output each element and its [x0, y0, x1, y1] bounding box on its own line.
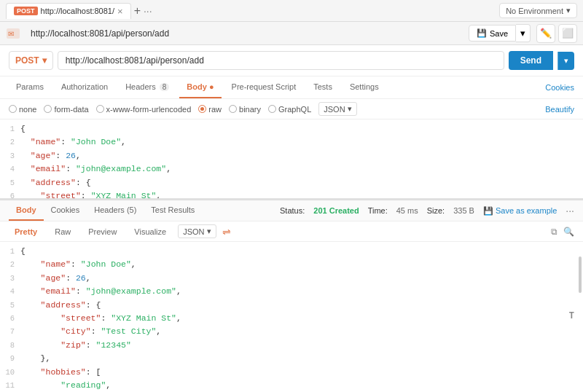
save-button[interactable]: 💾 Save: [469, 25, 516, 42]
chevron-down-icon: ▾: [520, 28, 525, 39]
tab-authorization[interactable]: Authorization: [54, 77, 115, 98]
address-bar-row: ✉ http://localhost:8081/api/person/add 💾…: [0, 22, 583, 45]
resp-format-raw[interactable]: Raw: [49, 225, 77, 238]
beautify-button[interactable]: Beautify: [545, 105, 574, 114]
radio-raw[interactable]: [198, 105, 206, 113]
method-select[interactable]: POST ▾: [9, 51, 53, 70]
response-tab-body[interactable]: Body: [9, 200, 44, 221]
tab-more-button[interactable]: ···: [144, 5, 152, 17]
response-tab-headers[interactable]: Headers (5): [87, 200, 144, 221]
environment-select[interactable]: No Environment ▾: [499, 3, 577, 18]
cookies-link[interactable]: Cookies: [545, 83, 574, 92]
format-select[interactable]: JSON ▾: [318, 102, 356, 116]
option-binary[interactable]: binary: [229, 105, 261, 114]
send-button[interactable]: Send: [509, 51, 553, 70]
send-dropdown-button[interactable]: ▾: [557, 52, 574, 70]
resp-format-select[interactable]: JSON ▾: [178, 224, 216, 238]
browser-tab[interactable]: POST http://localhost:8081/ ×: [6, 3, 131, 19]
chevron-down-icon: ▾: [42, 55, 47, 66]
chevron-down-icon: ▾: [348, 104, 352, 114]
chevron-down-icon: ▾: [566, 6, 571, 15]
response-section: Body Cookies Headers (5) Test Results St…: [0, 200, 583, 392]
size-value: 335 B: [453, 206, 474, 215]
request-body-editor[interactable]: 1{ 2 "name": "John Doe", 3 "age": 26, 4 …: [0, 119, 583, 198]
text-size-indicator: T: [569, 310, 574, 324]
tab-body[interactable]: Body ●: [179, 77, 221, 98]
scrollbar-handle[interactable]: [579, 256, 582, 293]
tab-prerequest[interactable]: Pre-request Script: [224, 77, 304, 98]
tab-headers[interactable]: Headers 8: [118, 77, 176, 98]
time-value: 45 ms: [396, 206, 418, 215]
url-input[interactable]: [58, 51, 504, 70]
save-icon: 💾: [483, 206, 493, 216]
resp-format-preview[interactable]: Preview: [82, 225, 122, 238]
response-format-row: Pretty Raw Preview Visualize JSON ▾ ⇌ ⧉ …: [0, 222, 583, 242]
option-urlencoded[interactable]: x-www-form-urlencoded: [96, 105, 192, 114]
response-tab-test-results[interactable]: Test Results: [144, 200, 202, 221]
resp-format-pretty[interactable]: Pretty: [9, 225, 43, 238]
body-options-row: none form-data x-www-form-urlencoded raw…: [0, 99, 583, 119]
tab-url: http://localhost:8081/: [41, 7, 115, 15]
share-icon-button[interactable]: ⬜: [558, 24, 577, 43]
copy-button[interactable]: ⧉: [551, 227, 557, 237]
chevron-down-icon: ▾: [207, 227, 211, 236]
radio-none[interactable]: [9, 105, 17, 113]
response-body-editor: 1{ 2 "name": "John Doe", 3 "age": 26, 4 …: [0, 242, 583, 392]
tab-tests[interactable]: Tests: [306, 77, 340, 98]
save-icon: 💾: [477, 28, 487, 38]
size-label: Size:: [427, 206, 445, 215]
tab-params[interactable]: Params: [9, 77, 51, 98]
response-tab-cookies[interactable]: Cookies: [44, 200, 87, 221]
status-value: 201 Created: [313, 206, 359, 215]
tab-method-badge: POST: [14, 7, 38, 15]
request-tabs: Params Authorization Headers 8 Body ● Pr…: [0, 77, 583, 99]
option-raw[interactable]: raw: [198, 105, 222, 114]
search-icon[interactable]: 🔍: [563, 227, 574, 237]
option-form-data[interactable]: form-data: [44, 105, 88, 114]
save-dropdown-button[interactable]: ▾: [516, 24, 531, 42]
time-label: Time:: [368, 206, 388, 215]
save-as-example-button[interactable]: 💾 Save as example: [483, 206, 557, 216]
new-tab-button[interactable]: +: [134, 5, 141, 17]
radio-graphql[interactable]: [268, 105, 276, 113]
option-none[interactable]: none: [9, 105, 36, 114]
tab-settings[interactable]: Settings: [343, 77, 386, 98]
radio-urlencoded[interactable]: [96, 105, 104, 113]
option-graphql[interactable]: GraphQL: [268, 105, 311, 114]
filter-icon[interactable]: ⇌: [222, 226, 231, 238]
radio-form-data[interactable]: [44, 105, 52, 113]
edit-icon-button[interactable]: ✏️: [536, 24, 555, 43]
status-label: Status:: [280, 206, 305, 215]
svg-text:✉: ✉: [8, 30, 14, 38]
resp-format-visualize[interactable]: Visualize: [128, 225, 172, 238]
tab-close-icon[interactable]: ×: [117, 6, 123, 17]
address-url-display: http://localhost:8081/api/person/add: [26, 27, 463, 40]
postman-icon: ✉: [6, 28, 20, 39]
response-tabs-row: Body Cookies Headers (5) Test Results St…: [0, 200, 583, 222]
more-options-icon[interactable]: ···: [566, 205, 574, 216]
radio-binary[interactable]: [229, 105, 237, 113]
